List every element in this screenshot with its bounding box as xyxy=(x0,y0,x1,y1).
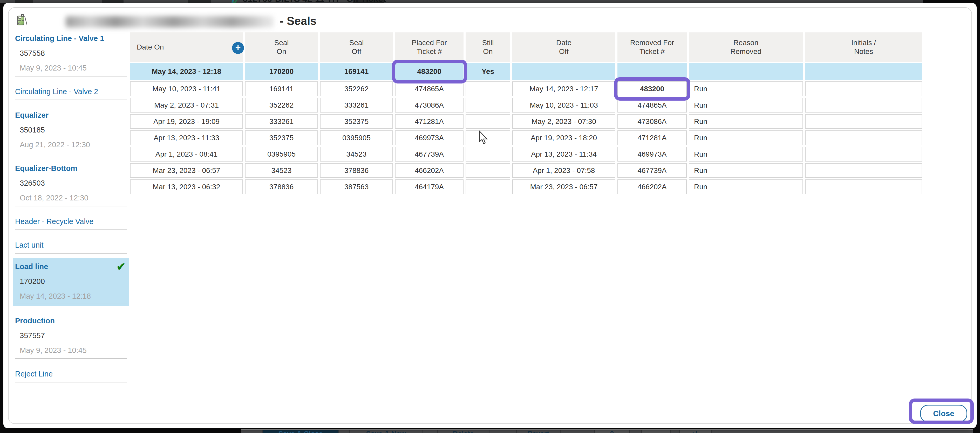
toolbar-button--[interactable]: +/- xyxy=(679,430,712,433)
cell-row0-reason[interactable] xyxy=(689,63,803,80)
cell-row4-date-on[interactable]: Apr 13, 2023 - 11:33 xyxy=(130,130,243,145)
toolbar-button-save-new[interactable]: Save & New xyxy=(349,430,423,433)
cell-row2-reason[interactable]: Run xyxy=(689,98,803,113)
cell-row2-seal-off[interactable]: 333261 xyxy=(320,98,393,113)
cell-row0-seal-off[interactable]: 169141 xyxy=(320,63,393,80)
sidebar-item-lact-unit[interactable]: Lact unit xyxy=(13,238,129,254)
cell-row2-removed-for[interactable]: 474865A xyxy=(617,98,687,113)
sidebar-item-equalizer[interactable]: Equalizer 350185 Aug 21, 2022 - 12:30 xyxy=(13,108,129,153)
cell-row1-placed-for[interactable]: 474865A xyxy=(395,81,463,96)
sidebar-item-label[interactable]: Header - Recycle Valve xyxy=(15,214,94,229)
sidebar-item-label[interactable]: Reject Line xyxy=(15,366,52,381)
cell-row6-seal-on[interactable]: 34523 xyxy=(245,163,318,178)
cell-row6-placed-for[interactable]: 466202A xyxy=(395,163,463,178)
cell-row0-date-off[interactable] xyxy=(512,63,616,80)
cell-row0-removed-for[interactable] xyxy=(617,63,687,80)
cell-row4-seal-on[interactable]: 352375 xyxy=(245,130,318,145)
cell-row7-still-on[interactable] xyxy=(466,179,510,194)
cell-row3-date-on[interactable]: Apr 19, 2023 - 19:09 xyxy=(130,114,243,129)
cell-row4-placed-for[interactable]: 469973A xyxy=(395,130,463,145)
cell-row7-reason[interactable]: Run xyxy=(689,179,803,194)
cell-row7-seal-off[interactable]: 387563 xyxy=(320,179,393,194)
cell-row4-reason[interactable]: Run xyxy=(689,130,803,145)
cell-row5-placed-for[interactable]: 467739A xyxy=(395,147,463,162)
cell-row3-reason[interactable]: Run xyxy=(689,114,803,129)
cell-row1-seal-off[interactable]: 352262 xyxy=(320,81,393,96)
sidebar-item-circulating-line-valve-2[interactable]: Circulating Line - Valve 2 xyxy=(13,84,129,100)
cell-row3-date-off[interactable]: May 2, 2023 - 07:30 xyxy=(512,114,616,129)
sidebar-item-label[interactable]: Lact unit xyxy=(15,238,44,252)
cell-row2-date-off[interactable]: May 10, 2023 - 11:03 xyxy=(512,98,616,113)
cell-row2-notes[interactable] xyxy=(805,98,922,113)
cell-row5-date-off[interactable]: Apr 13, 2023 - 11:34 xyxy=(512,147,616,162)
cell-row0-placed-for[interactable]: 483200 xyxy=(395,63,463,80)
cell-row7-seal-on[interactable]: 378836 xyxy=(245,179,318,194)
sidebar-item-label[interactable]: Equalizer xyxy=(15,108,49,123)
divider xyxy=(15,304,127,304)
cell-row3-seal-off[interactable]: 352375 xyxy=(320,114,393,129)
toolbar-button-revert[interactable]: Revert xyxy=(516,430,561,433)
cell-row1-date-off[interactable]: May 14, 2023 - 12:17 xyxy=(512,81,616,96)
cell-row6-notes[interactable] xyxy=(805,163,922,178)
sidebar-item-equalizer-bottom[interactable]: Equalizer-Bottom 326503 Oct 18, 2022 - 1… xyxy=(13,161,129,206)
cell-row5-date-on[interactable]: Apr 1, 2023 - 08:41 xyxy=(130,147,243,162)
sidebar-item-label[interactable]: Production xyxy=(15,314,55,328)
cell-row7-placed-for[interactable]: 464179A xyxy=(395,179,463,194)
cell-row4-date-off[interactable]: Apr 19, 2023 - 18:20 xyxy=(512,130,616,145)
cell-row2-placed-for[interactable]: 473086A xyxy=(395,98,463,113)
cell-row3-notes[interactable] xyxy=(805,114,922,129)
cell-row2-date-on[interactable]: May 2, 2023 - 07:31 xyxy=(130,98,243,113)
cell-row4-seal-off[interactable]: 0395905 xyxy=(320,130,393,145)
cell-row4-removed-for[interactable]: 471281A xyxy=(617,130,687,145)
cell-row1-notes[interactable] xyxy=(805,81,922,96)
cell-row0-seal-on[interactable]: 170200 xyxy=(245,63,318,80)
toolbar-button-save-close[interactable]: Save & Close xyxy=(262,430,339,433)
cell-row2-seal-on[interactable]: 352262 xyxy=(245,98,318,113)
cell-row6-date-on[interactable]: Mar 23, 2023 - 06:57 xyxy=(130,163,243,178)
cell-row1-reason[interactable]: Run xyxy=(689,81,803,96)
sidebar-item-label[interactable]: Equalizer-Bottom xyxy=(15,161,77,176)
cell-row7-removed-for[interactable]: 466202A xyxy=(617,179,687,194)
cell-row1-date-on[interactable]: May 10, 2023 - 11:41 xyxy=(130,81,243,96)
cell-row6-reason[interactable]: Run xyxy=(689,163,803,178)
sidebar-item-label[interactable]: Circulating Line - Valve 1 xyxy=(15,31,104,46)
cell-row5-notes[interactable] xyxy=(805,147,922,162)
cell-row5-reason[interactable]: Run xyxy=(689,147,803,162)
sidebar-item-circulating-line-valve-1[interactable]: Circulating Line - Valve 1 357558 May 9,… xyxy=(13,31,129,76)
cell-row3-removed-for[interactable]: 473086A xyxy=(617,114,687,129)
cell-row0-still-on[interactable]: Yes xyxy=(466,63,510,80)
cell-row6-seal-off[interactable]: 378836 xyxy=(320,163,393,178)
sidebar-item-load-line[interactable]: Load line ✔ 170200 May 14, 2023 - 12:18 xyxy=(13,258,129,306)
cell-row0-notes[interactable] xyxy=(805,63,922,80)
cell-row1-removed-for[interactable]: 483200 xyxy=(617,81,687,96)
cell-row6-date-off[interactable]: Apr 1, 2023 - 07:58 xyxy=(512,163,616,178)
cell-row4-notes[interactable] xyxy=(805,130,922,145)
cell-row3-seal-on[interactable]: 333261 xyxy=(245,114,318,129)
cell-row5-seal-off[interactable]: 34523 xyxy=(320,147,393,162)
sidebar-item-header-recycle-valve[interactable]: Header - Recycle Valve xyxy=(13,214,129,230)
toolbar-button--[interactable]: . xyxy=(641,430,671,433)
cell-row6-still-on[interactable] xyxy=(466,163,510,178)
cell-row7-date-off[interactable]: Mar 23, 2023 - 06:57 xyxy=(512,179,616,194)
sidebar-item-label[interactable]: Circulating Line - Valve 2 xyxy=(15,84,98,99)
cell-row5-seal-on[interactable]: 0395905 xyxy=(245,147,318,162)
cell-row1-still-on[interactable] xyxy=(466,81,510,96)
toolbar-button-0[interactable]: 0 xyxy=(594,430,630,433)
close-button[interactable]: Close xyxy=(920,405,967,422)
sidebar-item-production[interactable]: Production 357557 May 9, 2023 - 10:45 xyxy=(13,314,129,359)
cell-row0-date-on[interactable]: May 14, 2023 - 12:18 xyxy=(130,63,243,80)
cell-row7-notes[interactable] xyxy=(805,179,922,194)
cell-row3-still-on[interactable] xyxy=(466,114,510,129)
cell-row1-seal-on[interactable]: 169141 xyxy=(245,81,318,96)
sidebar-item-reject-line[interactable]: Reject Line xyxy=(13,366,129,382)
toolbar-button-delete[interactable]: Delete xyxy=(437,430,490,433)
cell-row2-still-on[interactable] xyxy=(466,98,510,113)
cell-row3-placed-for[interactable]: 471281A xyxy=(395,114,463,129)
cell-row6-removed-for[interactable]: 467739A xyxy=(617,163,687,178)
add-seal-button[interactable]: + xyxy=(232,42,244,54)
cell-row5-removed-for[interactable]: 469973A xyxy=(617,147,687,162)
cell-row7-date-on[interactable]: Mar 13, 2023 - 06:32 xyxy=(130,179,243,194)
cell-row5-still-on[interactable] xyxy=(466,147,510,162)
cell-row4-still-on[interactable] xyxy=(466,130,510,145)
sidebar-item-label[interactable]: Load line xyxy=(15,259,48,274)
